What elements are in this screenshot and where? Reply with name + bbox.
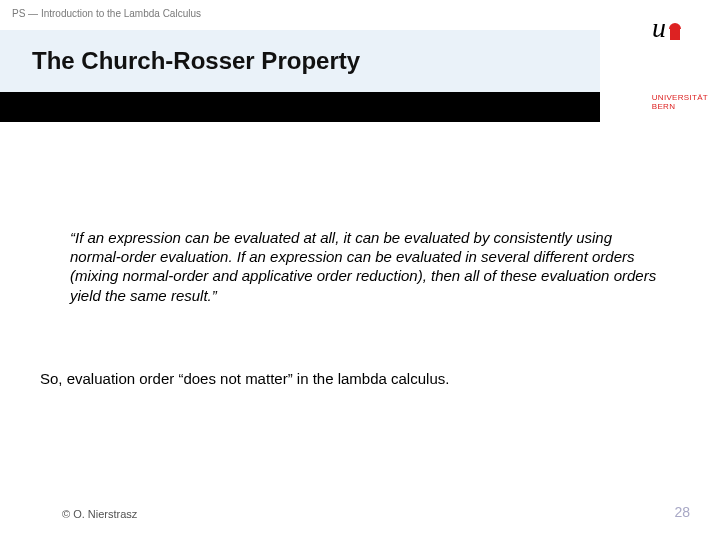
footer-page-number: 28: [674, 504, 690, 520]
breadcrumb: PS — Introduction to the Lambda Calculus: [12, 8, 201, 19]
footer-copyright: © O. Nierstrasz: [62, 508, 137, 520]
logo-glyph: u: [652, 12, 680, 44]
quote-text: “If an expression can be evaluated at al…: [70, 228, 660, 305]
slide: PS — Introduction to the Lambda Calculus…: [0, 0, 720, 540]
university-name: UNIVERSITÄT BERN: [652, 94, 708, 112]
university-logo: u UNIVERSITÄT BERN: [600, 0, 720, 122]
logo-mark-icon: [670, 29, 680, 40]
summary-text: So, evaluation order “does not matter” i…: [40, 370, 680, 387]
university-name-line2: BERN: [652, 103, 708, 112]
slide-title: The Church-Rosser Property: [32, 47, 360, 75]
logo-letter: u: [652, 12, 666, 44]
